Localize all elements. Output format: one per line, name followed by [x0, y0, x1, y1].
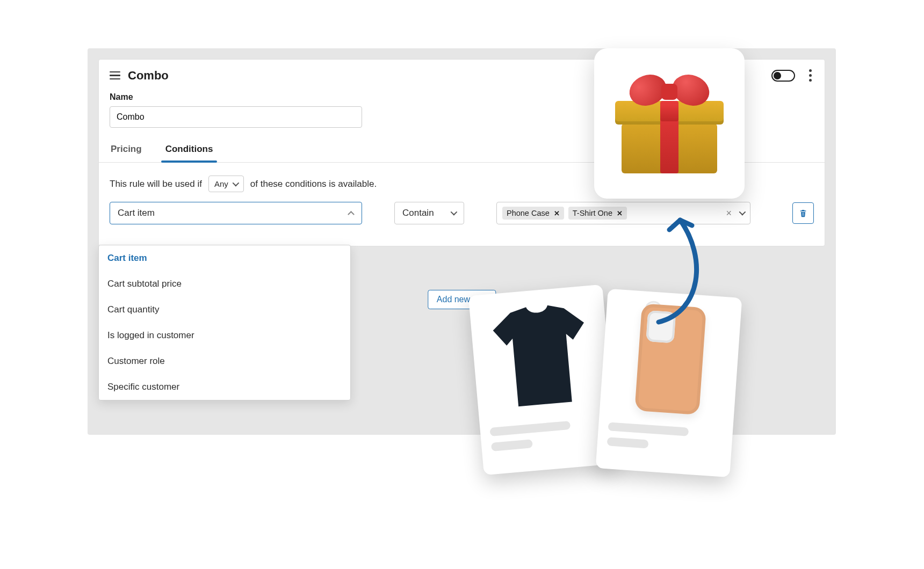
remove-tag-icon[interactable]: ✕	[617, 209, 623, 217]
name-input[interactable]	[110, 106, 362, 128]
lhs-dropdown: Cart item Cart subtotal price Cart quant…	[98, 245, 351, 400]
dropdown-option[interactable]: Specific customer	[99, 374, 350, 400]
tshirt-image	[479, 295, 603, 417]
header-actions	[771, 67, 814, 84]
dropdown-option[interactable]: Cart quantity	[99, 297, 350, 323]
clear-all-icon[interactable]: ×	[723, 208, 735, 219]
arrow-illustration	[648, 209, 712, 327]
sentence-post: of these conditions is available.	[250, 179, 377, 189]
placeholder-lines	[607, 422, 724, 454]
panel-title: Combo	[128, 69, 169, 83]
dropdown-option[interactable]: Is logged in customer	[99, 323, 350, 348]
operator-value: Contain	[402, 208, 434, 218]
dropdown-option[interactable]: Cart item	[99, 245, 350, 271]
chevron-down-icon	[739, 210, 745, 216]
match-mode-value: Any	[214, 179, 228, 188]
tag-label: Phone Case	[507, 209, 550, 217]
placeholder-lines	[489, 418, 606, 451]
value-multiselect[interactable]: Phone Case ✕ T-Shirt One ✕ ×	[496, 202, 750, 224]
chevron-down-icon	[451, 210, 456, 216]
chevron-up-icon	[349, 210, 354, 216]
tab-conditions[interactable]: Conditions	[164, 144, 214, 162]
gift-illustration	[594, 48, 745, 199]
chevron-down-icon	[233, 181, 238, 187]
tag-label: T-Shirt One	[573, 209, 612, 217]
menu-icon[interactable]	[110, 71, 120, 80]
lhs-value: Cart item	[118, 208, 155, 218]
operator-select[interactable]: Contain	[394, 202, 464, 224]
tag-chip: Phone Case ✕	[502, 207, 564, 220]
match-mode-select[interactable]: Any	[208, 176, 244, 192]
product-card-tshirt	[468, 284, 618, 476]
delete-rule-button[interactable]	[792, 202, 814, 224]
enabled-toggle[interactable]	[771, 70, 795, 82]
app-frame: Combo Name Pricing Conditions This rule …	[88, 48, 836, 435]
tag-chip: T-Shirt One ✕	[568, 207, 627, 220]
gift-icon	[618, 74, 720, 173]
lhs-select[interactable]: Cart item	[110, 202, 362, 224]
sentence-pre: This rule will be used if	[110, 179, 202, 189]
dropdown-option[interactable]: Cart subtotal price	[99, 271, 350, 297]
dropdown-option[interactable]: Customer role	[99, 348, 350, 374]
trash-icon	[799, 208, 807, 218]
more-menu-icon[interactable]	[807, 67, 814, 84]
remove-tag-icon[interactable]: ✕	[554, 209, 560, 217]
condition-row: Cart item Contain Phone Case ✕ T-Shirt O…	[99, 202, 825, 246]
tab-pricing[interactable]: Pricing	[110, 144, 143, 162]
